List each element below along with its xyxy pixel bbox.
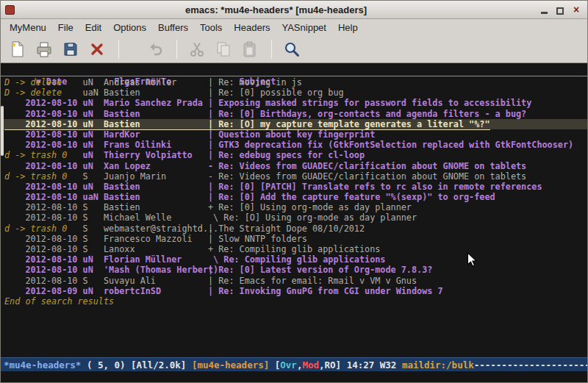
save-button[interactable] bbox=[60, 38, 82, 60]
message-row[interactable]: d -> trash 0Swebmaster@straightd...| The… bbox=[4, 223, 587, 234]
maximize-button[interactable] bbox=[553, 4, 567, 15]
flags-column: S bbox=[83, 171, 104, 182]
from-column: Andreas Röhler bbox=[104, 77, 208, 87]
from-column: Mario Sanchez Prada bbox=[104, 98, 208, 108]
flags-column: uN bbox=[83, 161, 104, 171]
flags-column: S bbox=[83, 244, 104, 254]
flags-column: uN bbox=[83, 140, 104, 150]
menu-item[interactable]: Options bbox=[107, 21, 152, 35]
message-row[interactable]: 2012-08-10SFrancesco Mazzoli| Slow NNTP … bbox=[4, 234, 587, 244]
from-column: Bastien bbox=[104, 202, 208, 212]
from-column: Thierry Volpiatto bbox=[104, 150, 208, 160]
emacs-frame: emacs: *mu4e-headers* [mu4e-headers] × M… bbox=[0, 0, 588, 383]
subject-column: + Re: Compiling glib applications bbox=[208, 244, 380, 254]
modeline-segment: ( 5, 0) [All/2.0k] bbox=[81, 359, 192, 371]
copy-icon bbox=[215, 40, 232, 58]
subject-column: | Re: Emacs for email: Rmail v VM v Gnus bbox=[208, 276, 417, 286]
flags-column: uaN bbox=[83, 87, 104, 98]
subject-column: \ Re: [O] Using org-mode as day planner bbox=[208, 212, 417, 223]
save-icon bbox=[62, 40, 79, 58]
close-buffer-button[interactable] bbox=[86, 38, 108, 60]
modeline-segment: Ovr bbox=[280, 359, 297, 371]
from-column: Bastien bbox=[104, 192, 208, 202]
menu-item[interactable]: MyMenu bbox=[4, 21, 52, 35]
flags-column: uN bbox=[83, 119, 104, 130]
from-column: webmaster@straightd... bbox=[104, 223, 208, 234]
message-row[interactable]: 2012-08-10uNMario Sanchez Prada| Exposin… bbox=[4, 98, 587, 108]
paste-button[interactable] bbox=[239, 38, 261, 60]
subject-column: | Slow NNTP folders bbox=[208, 234, 307, 244]
message-row[interactable]: 2012-08-10SSuvayu Ali| Re: Emacs for ema… bbox=[4, 276, 587, 286]
modeline-segment: *mu4e-headers* bbox=[4, 359, 81, 371]
from-column: Michael Welle bbox=[104, 212, 208, 223]
print-icon bbox=[35, 40, 53, 58]
message-row[interactable]: 2012-08-10uaNBastien| Re: [0] Add the ca… bbox=[4, 192, 587, 202]
minimize-button[interactable] bbox=[537, 4, 551, 15]
subject-column: - Re: Videos from GUADEC/clarification a… bbox=[208, 171, 526, 182]
modeline-segment: Mod bbox=[302, 359, 319, 371]
undo-icon bbox=[146, 40, 164, 58]
scrollbar-thumb[interactable] bbox=[1, 106, 4, 156]
date-column: 2012-08-10 bbox=[4, 212, 83, 223]
subject-column: \ Re: Compiling glib applications bbox=[208, 254, 385, 265]
message-row[interactable]: 2012-08-10uNBastien| Re: [0] [PATCH] Tra… bbox=[4, 182, 587, 192]
header-line[interactable]: ▼ DateFlgsFrom/ToSubject bbox=[1, 64, 587, 76]
message-row[interactable]: 2012-08-10uNFlorian Müllner \ Re: Compil… bbox=[4, 254, 587, 265]
from-column: HardKor bbox=[104, 129, 208, 140]
menu-item[interactable]: Tools bbox=[194, 21, 228, 35]
from-column: Xan Lopez bbox=[104, 161, 208, 171]
minibuffer[interactable] bbox=[1, 371, 587, 382]
date-column: d -> trash 0 bbox=[4, 171, 83, 182]
subject-column: | Re: moving in js bbox=[208, 77, 302, 87]
close-buffer-icon bbox=[88, 40, 106, 58]
toolbar-separator bbox=[271, 40, 272, 59]
cut-icon bbox=[188, 40, 206, 58]
date-column: 2012-08-10 bbox=[4, 98, 83, 108]
menu-item[interactable]: YASnippet bbox=[276, 21, 331, 35]
subject-column: | Re: [0] Birthdays, org-contacts and ag… bbox=[208, 109, 526, 119]
flags-column: uN bbox=[83, 109, 104, 119]
menu-item[interactable]: Help bbox=[332, 21, 364, 35]
flags-column: uN bbox=[83, 254, 104, 265]
message-row[interactable]: 2012-08-10SBastien+ Re: [0] Using org-mo… bbox=[4, 202, 587, 212]
search-button[interactable] bbox=[281, 38, 303, 60]
date-column: 2012-08-10 bbox=[4, 254, 83, 265]
date-column: d -> trash 0 bbox=[4, 150, 83, 160]
message-row[interactable]: D -> deleteuaNBastien| Re: [0] possible … bbox=[4, 87, 587, 98]
undo-button[interactable] bbox=[144, 38, 166, 60]
message-row[interactable]: 2012-08-10SMichael Welle \ Re: [O] Using… bbox=[4, 212, 587, 223]
subject-column: | Re: edebug specs for cl-loop bbox=[208, 150, 365, 160]
new-file-button[interactable] bbox=[7, 38, 29, 60]
message-row[interactable]: 2012-08-10SLanoxx+ Re: Compiling glib ap… bbox=[4, 244, 587, 254]
subject-column: | Re: [0] possible org bug bbox=[208, 87, 344, 98]
from-column: Suvayu Ali bbox=[104, 276, 208, 286]
flags-column: S bbox=[83, 212, 104, 223]
paste-icon bbox=[241, 40, 259, 58]
minimize-icon bbox=[541, 12, 548, 14]
print-button[interactable] bbox=[33, 38, 55, 60]
menu-item[interactable]: Headers bbox=[228, 21, 276, 35]
close-button[interactable]: × bbox=[570, 4, 583, 15]
message-row[interactable]: d -> trash 0SJuanjo Marin- Re: Videos fr… bbox=[4, 171, 587, 182]
window-menu-icon[interactable] bbox=[5, 5, 15, 15]
menu-item[interactable]: Buffers bbox=[152, 21, 194, 35]
menu-item[interactable]: Edit bbox=[79, 21, 107, 35]
flags-column: S bbox=[83, 223, 104, 234]
message-row[interactable]: 2012-08-10uNBastien| Re: [0] Birthdays, … bbox=[4, 109, 587, 119]
flags-column: S bbox=[83, 234, 104, 244]
message-row[interactable]: 2012-08-10uNXan Lopez- Re: Videos from G… bbox=[4, 161, 587, 171]
message-row[interactable]: 2012-08-10uNFrans Oilinki| GTK3 deprecat… bbox=[4, 140, 587, 150]
from-column: Bastien bbox=[104, 119, 208, 130]
menu-item[interactable]: File bbox=[52, 21, 79, 35]
cut-button[interactable] bbox=[186, 38, 208, 60]
message-row[interactable]: 2012-08-10uNBastien| Re: [O] my capture … bbox=[1, 119, 587, 129]
message-row[interactable]: 2012-08-10uN'Mash (Thomas Herbert)| Re: … bbox=[4, 265, 587, 275]
message-row[interactable]: 2012-08-10uNHardKor| Question about key … bbox=[4, 129, 587, 140]
copy-button[interactable] bbox=[212, 38, 234, 60]
message-row[interactable]: d -> trash 0uNThierry Volpiatto| Re: ede… bbox=[4, 150, 587, 160]
message-row[interactable]: 2012-08-09uNrobertcInSD| Re: Invoking Gn… bbox=[4, 286, 587, 296]
flags-column: uN bbox=[83, 77, 104, 87]
message-row[interactable]: D -> deleteuNAndreas Röhler| Re: moving … bbox=[4, 77, 587, 87]
window-title: emacs: *mu4e-headers* [mu4e-headers] bbox=[18, 4, 534, 15]
date-column: 2012-08-10 bbox=[4, 244, 83, 254]
